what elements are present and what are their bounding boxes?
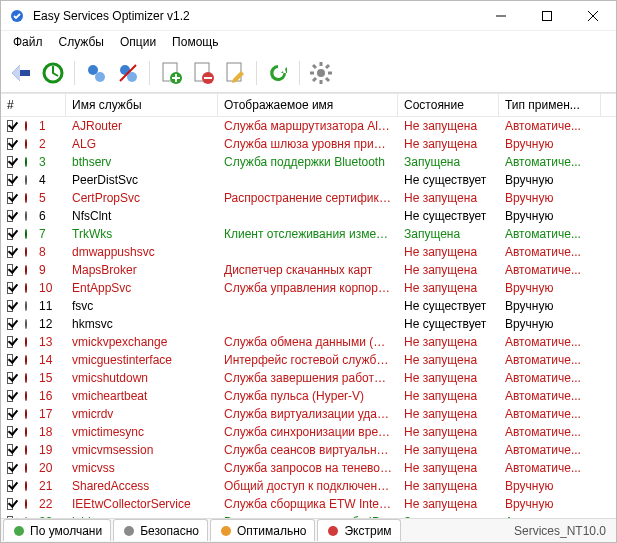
profile-tab-label: Безопасно xyxy=(140,524,199,538)
svg-point-16 xyxy=(317,69,325,77)
row-checkbox[interactable] xyxy=(1,425,19,439)
table-row[interactable]: 10EntAppSvcСлужба управления корпора...Н… xyxy=(1,279,616,297)
display-name: Служба завершения работы ... xyxy=(218,370,398,386)
profile-tab-default[interactable]: По умолчани xyxy=(3,519,111,541)
table-row[interactable]: 8dmwappushsvcНе запущенаАвтоматиче... xyxy=(1,243,616,261)
status-dot-icon xyxy=(19,480,33,492)
maximize-button[interactable] xyxy=(524,1,570,31)
tool-refresh-icon[interactable] xyxy=(264,59,292,87)
row-checkbox[interactable] xyxy=(1,173,19,187)
table-row[interactable]: 7TrkWksКлиент отслеживания измени...Запу… xyxy=(1,225,616,243)
table-row[interactable]: 16vmicheartbeatСлужба пульса (Hyper-V)Не… xyxy=(1,387,616,405)
table-row[interactable]: 14vmicguestinterfaceИнтерфейс гостевой с… xyxy=(1,351,616,369)
table-row[interactable]: 18vmictimesyncСлужба синхронизации време… xyxy=(1,423,616,441)
table-row[interactable]: 19vmicvmsessionСлужба сеансов виртуальны… xyxy=(1,441,616,459)
row-checkbox[interactable] xyxy=(1,155,19,169)
row-checkbox[interactable] xyxy=(1,317,19,331)
toolbar-separator xyxy=(256,61,257,85)
tool-edit-icon[interactable] xyxy=(221,59,249,87)
service-list: # Имя службы Отображаемое имя Состояние … xyxy=(1,93,616,518)
service-name: vmicheartbeat xyxy=(66,388,218,404)
tool-settings-icon[interactable] xyxy=(307,59,335,87)
tool-apply-icon[interactable] xyxy=(7,59,35,87)
status-dot-icon xyxy=(19,264,33,276)
table-row[interactable]: 15vmicshutdownСлужба завершения работы .… xyxy=(1,369,616,387)
table-row[interactable]: 13vmickvpexchangeСлужба обмена данными (… xyxy=(1,333,616,351)
start-type: Автоматиче... xyxy=(499,334,601,350)
row-checkbox[interactable] xyxy=(1,407,19,421)
table-row[interactable]: 3bthservСлужба поддержки BluetoothЗапуще… xyxy=(1,153,616,171)
row-checkbox[interactable] xyxy=(1,371,19,385)
col-header-name[interactable]: Имя службы xyxy=(66,94,218,116)
tool-restore-icon[interactable] xyxy=(39,59,67,87)
row-checkbox[interactable] xyxy=(1,353,19,367)
row-checkbox[interactable] xyxy=(1,497,19,511)
row-checkbox[interactable] xyxy=(1,263,19,277)
row-checkbox[interactable] xyxy=(1,389,19,403)
menu-file[interactable]: Файл xyxy=(5,32,51,52)
profile-tab-safe[interactable]: Безопасно xyxy=(113,519,208,541)
table-row[interactable]: 20vmicvssСлужба запросов на теневое ...Н… xyxy=(1,459,616,477)
col-header-state[interactable]: Состояние xyxy=(398,94,499,116)
service-name: vmictimesync xyxy=(66,424,218,440)
tool-remove-icon[interactable] xyxy=(189,59,217,87)
row-checkbox[interactable] xyxy=(1,461,19,475)
table-row[interactable]: 11fsvcНе существуетВручную xyxy=(1,297,616,315)
row-checkbox[interactable] xyxy=(1,335,19,349)
row-number: 3 xyxy=(33,154,66,170)
service-name: hkmsvc xyxy=(66,316,218,332)
row-number: 22 xyxy=(33,496,66,512)
row-number: 11 xyxy=(33,298,66,314)
row-checkbox[interactable] xyxy=(1,443,19,457)
row-checkbox[interactable] xyxy=(1,245,19,259)
row-checkbox[interactable] xyxy=(1,209,19,223)
list-header: # Имя службы Отображаемое имя Состояние … xyxy=(1,93,616,117)
col-header-start[interactable]: Тип примен... xyxy=(499,94,601,116)
table-row[interactable]: 4PeerDistSvcНе существуетВручную xyxy=(1,171,616,189)
minimize-button[interactable] xyxy=(478,1,524,31)
row-checkbox[interactable] xyxy=(1,299,19,313)
row-checkbox[interactable] xyxy=(1,119,19,133)
display-name: Служба сборщика ETW Intern... xyxy=(218,496,398,512)
close-button[interactable] xyxy=(570,1,616,31)
service-name: IEEtwCollectorService xyxy=(66,496,218,512)
tool-gear1-icon[interactable] xyxy=(82,59,110,87)
table-row[interactable]: 6NfsClntНе существуетВручную xyxy=(1,207,616,225)
tool-gear2-icon[interactable] xyxy=(114,59,142,87)
display-name: Интерфейс гостевой службы ... xyxy=(218,352,398,368)
col-header-num[interactable]: # xyxy=(1,94,66,116)
start-type: Автоматиче... xyxy=(499,118,601,134)
status-dot-icon xyxy=(19,156,33,168)
display-name: Служба виртуализации удал... xyxy=(218,406,398,422)
row-number: 21 xyxy=(33,478,66,494)
table-row[interactable]: 1AJRouterСлужба маршрутизатора AllJ...Не… xyxy=(1,117,616,135)
row-number: 20 xyxy=(33,460,66,476)
profile-tab-extreme[interactable]: Экстрим xyxy=(317,519,400,541)
table-row[interactable]: 21SharedAccessОбщий доступ к подключени.… xyxy=(1,477,616,495)
table-row[interactable]: 22IEEtwCollectorServiceСлужба сборщика E… xyxy=(1,495,616,513)
menu-options[interactable]: Опции xyxy=(112,32,164,52)
table-row[interactable]: 5CertPropSvcРаспространение сертификатаН… xyxy=(1,189,616,207)
table-row[interactable]: 12hkmsvcНе существуетВручную xyxy=(1,315,616,333)
table-row[interactable]: 2ALGСлужба шлюза уровня прило...Не запущ… xyxy=(1,135,616,153)
menu-services[interactable]: Службы xyxy=(51,32,112,52)
display-name: Распространение сертификата xyxy=(218,190,398,206)
start-type: Вручную xyxy=(499,496,601,512)
list-body[interactable]: 1AJRouterСлужба маршрутизатора AllJ...Не… xyxy=(1,117,616,518)
service-state: Не запущена xyxy=(398,442,499,458)
menu-help[interactable]: Помощь xyxy=(164,32,226,52)
svg-line-23 xyxy=(313,78,316,81)
col-header-display[interactable]: Отображаемое имя xyxy=(218,94,398,116)
tool-add-icon[interactable] xyxy=(157,59,185,87)
table-row[interactable]: 17vmicrdvСлужба виртуализации удал...Не … xyxy=(1,405,616,423)
row-checkbox[interactable] xyxy=(1,281,19,295)
toolbar-separator xyxy=(299,61,300,85)
row-checkbox[interactable] xyxy=(1,227,19,241)
row-checkbox[interactable] xyxy=(1,191,19,205)
row-checkbox[interactable] xyxy=(1,137,19,151)
status-dot-icon xyxy=(19,426,33,438)
table-row[interactable]: 9MapsBrokerДиспетчер скачанных картНе за… xyxy=(1,261,616,279)
profile-tab-optimal[interactable]: Оптимально xyxy=(210,519,316,541)
display-name: Служба поддержки Bluetooth xyxy=(218,154,398,170)
row-checkbox[interactable] xyxy=(1,479,19,493)
